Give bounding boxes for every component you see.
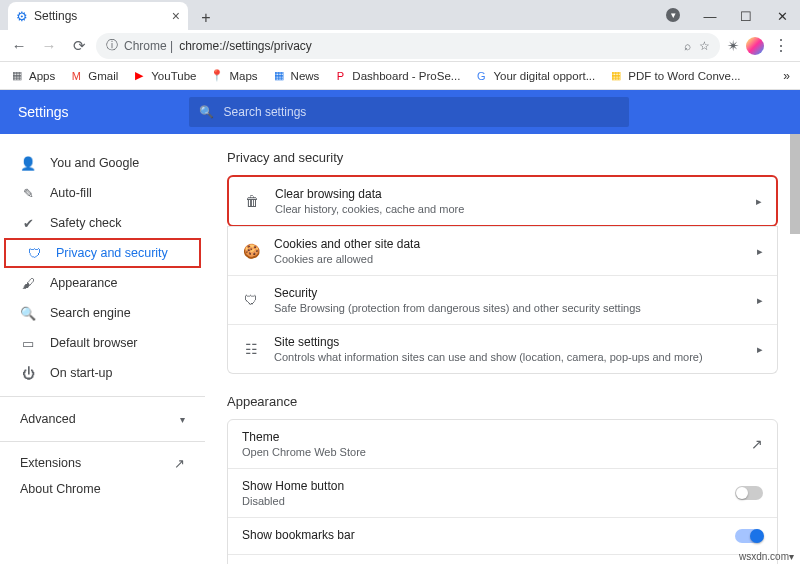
bookmark-item[interactable]: MGmail (69, 69, 118, 83)
chevron-right-icon: ▸ (757, 294, 763, 307)
sidebar-label: Auto-fill (50, 186, 92, 200)
window-titlebar: ⚙ Settings × + ▾ — ☐ ✕ (0, 0, 800, 30)
cookies-row[interactable]: 🍪 Cookies and other site data Cookies ar… (228, 226, 777, 275)
sidebar-icon: ✔ (20, 216, 36, 231)
toggle-off[interactable] (735, 486, 763, 500)
sidebar-item-on-start-up[interactable]: ⏻On start-up (0, 358, 205, 388)
external-link-icon: ↗ (174, 456, 185, 471)
bookmark-icon: M (69, 69, 83, 83)
bookmark-item[interactable]: ▦News (272, 69, 320, 83)
sidebar-icon: 👤 (20, 156, 36, 171)
clear-browsing-data-row[interactable]: 🗑 Clear browsing data Clear history, coo… (227, 175, 778, 227)
security-row[interactable]: 🛡 Security Safe Browsing (protection fro… (228, 275, 777, 324)
search-icon: 🔍 (199, 105, 214, 119)
settings-header: Settings 🔍 (0, 90, 800, 134)
sidebar-item-privacy-and-security[interactable]: 🛡Privacy and security (4, 238, 201, 268)
advanced-toggle[interactable]: Advanced▾ (0, 405, 205, 433)
bookmark-item[interactable]: ▦Apps (10, 69, 55, 83)
appearance-card: Theme Open Chrome Web Store ↗ Show Home … (227, 419, 778, 564)
about-chrome-link[interactable]: About Chrome (0, 476, 205, 502)
sidebar-label: Appearance (50, 276, 117, 290)
sidebar-label: Search engine (50, 306, 131, 320)
sidebar: 👤You and Google✎Auto-fill✔Safety check🛡P… (0, 134, 205, 564)
sidebar-item-appearance[interactable]: 🖌Appearance (0, 268, 205, 298)
bookmark-label: YouTube (151, 70, 196, 82)
minimize-button[interactable]: — (692, 2, 728, 30)
font-size-row[interactable]: Font size Medium (Recommended) ▾ (228, 554, 777, 564)
row-title: Theme (242, 430, 737, 444)
sidebar-icon: 🔍 (20, 306, 36, 321)
bookmark-icon: ▦ (609, 69, 623, 83)
bookmark-icon: G (474, 69, 488, 83)
shield-icon: 🛡 (242, 292, 260, 308)
back-button[interactable]: ← (6, 33, 32, 59)
sidebar-item-auto-fill[interactable]: ✎Auto-fill (0, 178, 205, 208)
external-link-icon: ↗ (751, 436, 763, 452)
row-subtitle: Clear history, cookies, cache and more (275, 203, 742, 215)
new-tab-button[interactable]: + (194, 6, 218, 30)
bookmark-label: Your digital opport... (493, 70, 595, 82)
search-icon[interactable]: ⌕ (684, 39, 691, 53)
sidebar-item-safety-check[interactable]: ✔Safety check (0, 208, 205, 238)
bookmarks-bar-row[interactable]: Show bookmarks bar (228, 517, 777, 554)
about-label: About Chrome (20, 482, 101, 496)
section-heading: Privacy and security (227, 150, 778, 165)
bookmark-icon: 📍 (210, 69, 224, 83)
avatar-icon[interactable] (746, 37, 764, 55)
theme-row[interactable]: Theme Open Chrome Web Store ↗ (228, 420, 777, 468)
sidebar-label: You and Google (50, 156, 139, 170)
bookmark-label: Apps (29, 70, 55, 82)
gear-icon: ⚙ (16, 9, 28, 24)
download-indicator-icon[interactable]: ▾ (666, 8, 680, 22)
row-title: Clear browsing data (275, 187, 742, 201)
row-subtitle: Disabled (242, 495, 721, 507)
menu-icon[interactable]: ⋮ (768, 33, 794, 59)
row-subtitle: Controls what information sites can use … (274, 351, 743, 363)
bookmark-item[interactable]: 📍Maps (210, 69, 257, 83)
site-settings-row[interactable]: ☷ Site settings Controls what informatio… (228, 324, 777, 373)
chevron-right-icon: ▸ (756, 195, 762, 208)
trash-icon: 🗑 (243, 193, 261, 209)
chevron-right-icon: ▸ (757, 245, 763, 258)
extensions-icon[interactable]: ✴ (724, 37, 742, 55)
sidebar-item-search-engine[interactable]: 🔍Search engine (0, 298, 205, 328)
close-icon[interactable]: × (172, 8, 180, 24)
watermark: wsxdn.com▾ (739, 551, 794, 562)
star-icon[interactable]: ☆ (699, 39, 710, 53)
forward-button[interactable]: → (36, 33, 62, 59)
bookmarks-overflow[interactable]: » (783, 69, 790, 83)
sidebar-item-you-and-google[interactable]: 👤You and Google (0, 148, 205, 178)
extensions-link[interactable]: Extensions↗ (0, 450, 205, 476)
search-settings[interactable]: 🔍 (189, 97, 629, 127)
row-title: Security (274, 286, 743, 300)
browser-tab[interactable]: ⚙ Settings × (8, 2, 188, 30)
bookmark-item[interactable]: ▶YouTube (132, 69, 196, 83)
row-subtitle: Cookies are allowed (274, 253, 743, 265)
maximize-button[interactable]: ☐ (728, 2, 764, 30)
site-info-icon[interactable]: ⓘ (106, 37, 118, 54)
scrollbar-thumb[interactable] (790, 134, 800, 234)
sidebar-label: Safety check (50, 216, 122, 230)
search-input[interactable] (224, 105, 619, 119)
close-button[interactable]: ✕ (764, 2, 800, 30)
bookmark-icon: ▦ (10, 69, 24, 83)
bookmark-item[interactable]: GYour digital opport... (474, 69, 595, 83)
extensions-label: Extensions (20, 456, 81, 470)
home-button-row[interactable]: Show Home button Disabled (228, 468, 777, 517)
reload-button[interactable]: ⟳ (66, 33, 92, 59)
sliders-icon: ☷ (242, 341, 260, 357)
bookmark-icon: P (333, 69, 347, 83)
sidebar-icon: 🖌 (20, 276, 36, 291)
sidebar-icon: ⏻ (20, 366, 36, 381)
omnibox[interactable]: ⓘ Chrome | chrome://settings/privacy ⌕ ☆ (96, 33, 720, 59)
bookmark-item[interactable]: ▦PDF to Word Conve... (609, 69, 740, 83)
toggle-on[interactable] (735, 529, 763, 543)
bookmark-label: Dashboard - ProSe... (352, 70, 460, 82)
bookmark-icon: ▦ (272, 69, 286, 83)
bookmark-label: Gmail (88, 70, 118, 82)
bookmark-item[interactable]: PDashboard - ProSe... (333, 69, 460, 83)
url-text: chrome://settings/privacy (179, 39, 312, 53)
sidebar-icon: ✎ (20, 186, 36, 201)
sidebar-item-default-browser[interactable]: ▭Default browser (0, 328, 205, 358)
row-title: Show bookmarks bar (242, 528, 721, 542)
